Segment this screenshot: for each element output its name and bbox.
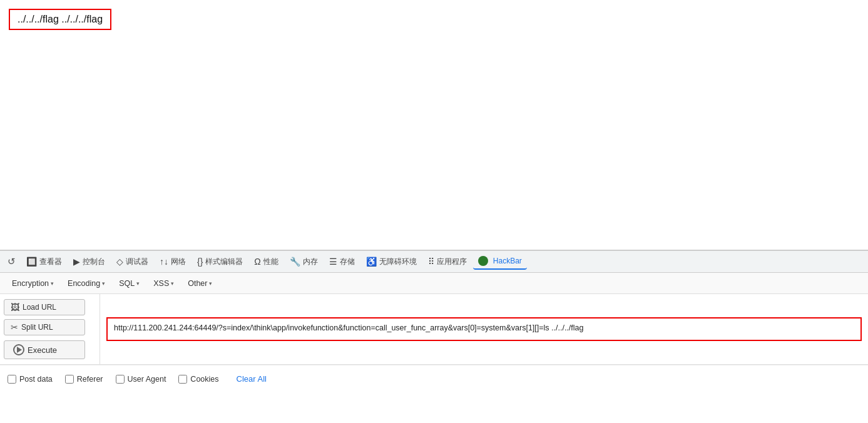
- split-url-button[interactable]: ✂ Split URL: [4, 319, 85, 335]
- load-url-button[interactable]: 🖼 Load URL: [4, 299, 85, 315]
- devtools-item-network[interactable]: ↑↓ 网络: [155, 254, 191, 270]
- encoding-dropdown-icon: ▾: [102, 280, 105, 287]
- devtools-item-storage[interactable]: ☰ 存储: [324, 254, 360, 270]
- console-icon: ▶: [73, 257, 80, 267]
- devtools-debugger-label: 调试器: [126, 257, 148, 267]
- sql-dropdown-icon: ▾: [136, 280, 140, 287]
- cookies-label: Cookies: [190, 375, 218, 384]
- split-url-label: Split URL: [21, 323, 53, 332]
- style-editor-icon: {}: [197, 257, 203, 267]
- devtools-item-performance[interactable]: Ω 性能: [249, 254, 283, 270]
- devtools-item-hackbar[interactable]: HackBar: [473, 253, 527, 270]
- post-data-checkbox[interactable]: [8, 375, 16, 384]
- clear-all-label: Clear All: [237, 374, 267, 384]
- hackbar-dot-icon: [478, 256, 488, 266]
- encryption-button[interactable]: Encryption ▾: [5, 276, 61, 291]
- execute-play-icon: [13, 344, 24, 355]
- devtools-item-console[interactable]: ▶ 控制台: [68, 254, 110, 270]
- referer-checkbox-item[interactable]: Referer: [65, 375, 103, 384]
- flag-output: ../../../flag ../../../flag: [9, 9, 111, 30]
- devtools-item-application[interactable]: ⠿ 应用程序: [423, 254, 472, 270]
- encoding-label: Encoding: [68, 279, 100, 288]
- other-button[interactable]: Other ▾: [181, 276, 219, 291]
- devtools-viewer-label: 查看器: [39, 257, 62, 267]
- sql-label: SQL: [119, 279, 135, 288]
- user-agent-checkbox-item[interactable]: User Agent: [116, 375, 166, 384]
- memory-icon: 🔧: [290, 257, 300, 267]
- post-data-label: Post data: [19, 375, 53, 384]
- storage-icon: ☰: [329, 257, 337, 267]
- url-value: http://111.200.241.244:64449/?s=index/\t…: [114, 324, 583, 332]
- referer-label: Referer: [77, 375, 103, 384]
- flag-text: ../../../flag ../../../flag: [18, 14, 103, 24]
- devtools-storage-label: 存储: [340, 257, 355, 267]
- hackbar-left-panel: 🖼 Load URL ✂ Split URL Execute: [0, 294, 100, 364]
- load-url-icon: 🖼: [11, 302, 19, 312]
- encryption-dropdown-icon: ▾: [51, 280, 54, 287]
- execute-label: Execute: [28, 345, 57, 355]
- devtools-style-label: 样式编辑器: [205, 257, 243, 267]
- devtools-network-label: 网络: [171, 257, 186, 267]
- devtools-refresh-icon[interactable]: ↺: [3, 253, 20, 270]
- application-icon: ⠿: [428, 257, 434, 267]
- split-url-icon: ✂: [11, 322, 18, 332]
- cookies-checkbox-item[interactable]: Cookies: [178, 375, 218, 384]
- network-icon: ↑↓: [160, 257, 168, 267]
- devtools-item-memory[interactable]: 🔧 内存: [285, 254, 323, 270]
- performance-icon: Ω: [254, 257, 260, 267]
- hackbar-main: 🖼 Load URL ✂ Split URL Execute http://11…: [0, 294, 868, 365]
- load-url-label: Load URL: [23, 303, 56, 312]
- other-dropdown-icon: ▾: [209, 280, 212, 287]
- encoding-button[interactable]: Encoding ▾: [61, 276, 112, 291]
- hackbar-url-area: http://111.200.241.244:64449/?s=index/\t…: [100, 294, 868, 364]
- user-agent-label: User Agent: [128, 375, 166, 384]
- play-triangle-icon: [17, 347, 22, 353]
- devtools-item-accessibility[interactable]: ♿ 无障碍环境: [361, 254, 422, 270]
- user-agent-checkbox[interactable]: [116, 375, 125, 384]
- post-data-checkbox-item[interactable]: Post data: [8, 375, 53, 384]
- xss-label: XSS: [153, 279, 169, 288]
- cookies-checkbox[interactable]: [178, 375, 187, 384]
- sql-button[interactable]: SQL ▾: [112, 276, 146, 291]
- devtools-bar: ↺ 🔲 查看器 ▶ 控制台 ◇ 调试器 ↑↓ 网络 {} 样式编辑器 Ω 性能 …: [0, 250, 868, 273]
- other-label: Other: [188, 279, 207, 288]
- execute-button[interactable]: Execute: [4, 340, 85, 359]
- referer-checkbox[interactable]: [65, 375, 74, 384]
- debugger-icon: ◇: [116, 257, 123, 267]
- devtools-item-style-editor[interactable]: {} 样式编辑器: [192, 254, 248, 270]
- xss-dropdown-icon: ▾: [171, 280, 174, 287]
- clear-all-button[interactable]: Clear All: [237, 374, 267, 384]
- devtools-memory-label: 内存: [303, 257, 318, 267]
- viewer-icon: 🔲: [26, 257, 37, 267]
- devtools-item-debugger[interactable]: ◇ 调试器: [111, 254, 153, 270]
- xss-button[interactable]: XSS ▾: [146, 276, 181, 291]
- devtools-console-label: 控制台: [83, 257, 105, 267]
- hackbar-toolbar: Encryption ▾ Encoding ▾ SQL ▾ XSS ▾ Othe…: [0, 273, 868, 294]
- accessibility-icon: ♿: [366, 257, 377, 267]
- url-input[interactable]: http://111.200.241.244:64449/?s=index/\t…: [106, 317, 862, 341]
- encryption-label: Encryption: [12, 279, 49, 288]
- devtools-application-label: 应用程序: [437, 257, 467, 267]
- devtools-item-viewer[interactable]: 🔲 查看器: [21, 254, 67, 270]
- devtools-accessibility-label: 无障碍环境: [379, 257, 417, 267]
- browser-content: ../../../flag ../../../flag: [0, 0, 868, 250]
- devtools-hackbar-label: HackBar: [493, 257, 522, 265]
- hackbar-bottom: Post data Referer User Agent Cookies Cle…: [0, 365, 868, 392]
- devtools-performance-label: 性能: [263, 257, 278, 267]
